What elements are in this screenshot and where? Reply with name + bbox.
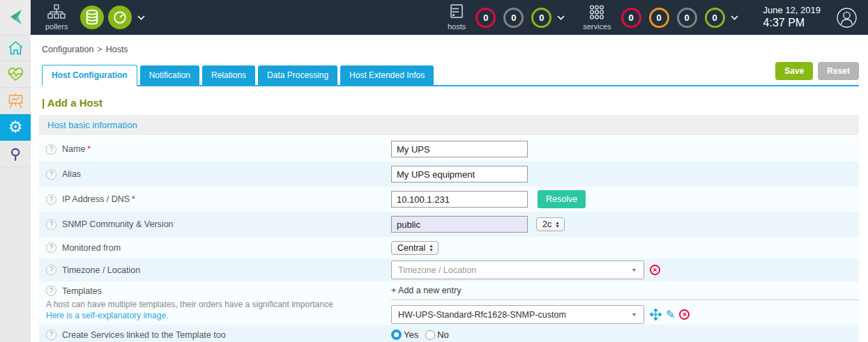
pollers-label: pollers [45,22,68,31]
pollers-menu[interactable]: pollers [45,4,68,31]
help-icon[interactable]: ? [46,169,56,180]
gauge-icon [112,10,128,25]
tab-relations[interactable]: Relations [202,65,255,85]
move-handle-icon[interactable] [650,309,662,320]
tab-data-processing[interactable]: Data Processing [258,65,337,85]
yes-label: Yes [404,329,418,340]
services-chevron-down-icon[interactable] [731,15,738,20]
services-menu[interactable]: services [583,4,611,31]
name-input[interactable] [391,141,528,157]
monitored-from-label: Monitored from [62,243,121,253]
timezone-label: Timezone / Location [62,265,140,275]
services-unknown-counter[interactable]: 0 [677,8,697,28]
tab-host-configuration[interactable]: Host Configuration [42,65,137,86]
templates-label: Templates [62,286,102,296]
hosts-icon [449,4,464,21]
select-spinner-icon: ▲▼ [555,221,559,228]
help-icon[interactable]: ? [46,219,56,230]
user-profile-icon[interactable] [836,7,858,29]
tab-notification[interactable]: Notification [140,65,199,85]
services-warning-counter[interactable]: 0 [649,8,669,28]
chart-easel-icon [8,93,24,109]
help-icon[interactable]: ? [46,286,56,296]
main-content: Configuration>Hosts Host Configuration N… [31,35,868,342]
centreon-logo-icon [6,8,25,26]
template-delete-icon[interactable]: × [679,309,690,320]
add-template-entry-link[interactable]: + Add a new entry [391,286,859,300]
database-icon [84,9,100,26]
services-icon [588,4,605,21]
pollers-chevron-down-icon[interactable] [137,15,145,20]
poller-database-status[interactable] [80,6,104,29]
help-icon[interactable]: ? [46,265,56,275]
ip-address-label: IP Address / DNS [62,194,130,204]
hosts-unreachable-counter[interactable]: 0 [503,8,524,28]
tab-bar: Host Configuration Notification Relation… [42,62,859,86]
form: ? Name * ? Alias ? IP Address / DNS * [39,137,859,342]
services-label: services [583,22,611,31]
form-row-name: ? Name * [39,137,859,162]
form-row-timezone: ? Timezone / Location Timezone / Locatio… [39,258,859,281]
gear-icon: ⚙ [8,119,23,135]
breadcrumb: Configuration>Hosts [31,35,868,54]
sidebar-item-home[interactable] [0,35,31,61]
sidebar-item-monitoring[interactable] [0,61,31,88]
services-critical-counter[interactable]: 0 [621,8,641,28]
dropdown-arrow-icon: ▼ [631,267,637,273]
breadcrumb-configuration[interactable]: Configuration [42,45,93,54]
help-icon[interactable]: ? [46,242,56,253]
create-services-yes-radio[interactable] [391,329,402,340]
required-asterisk: * [132,194,135,204]
hosts-up-counter[interactable]: 0 [531,8,551,28]
create-services-label: Create Services linked to the Template t… [62,330,226,340]
home-icon [8,40,24,56]
current-date: June 12, 2019 [763,5,821,16]
snmp-version-select[interactable]: 2c ▲▼ [536,217,565,231]
dropdown-arrow-icon: ▼ [631,312,637,318]
form-row-monitored-from: ? Monitored from Central ▲▼ [39,237,859,258]
breadcrumb-hosts[interactable]: Hosts [106,45,128,54]
help-icon[interactable]: ? [46,329,56,340]
name-label: Name [62,144,85,154]
hosts-down-counter[interactable]: 0 [475,8,496,28]
clock: June 12, 2019 4:37 PM [763,5,821,30]
centreon-logo[interactable] [0,0,31,35]
sidebar-item-configuration[interactable]: ⚙ [0,114,31,141]
monitored-from-select[interactable]: Central ▲▼ [391,241,439,255]
alias-input[interactable] [391,166,528,182]
timezone-select[interactable]: Timezone / Location ▼ [391,261,644,279]
timezone-placeholder: Timezone / Location [398,265,476,275]
ip-address-input[interactable] [391,191,528,208]
help-icon[interactable]: ? [46,144,56,155]
save-button[interactable]: Save [775,62,813,80]
pollers-icon [47,4,66,21]
tab-host-extended-infos[interactable]: Host Extended Infos [340,65,434,85]
template-select[interactable]: HW-UPS-Standard-Rfc1628-SNMP-custom ▼ [391,305,644,324]
topbar: pollers hosts [0,0,868,35]
poller-latency-status[interactable] [108,6,132,29]
form-row-create-services: ? Create Services linked to the Template… [39,325,859,342]
snmp-community-input[interactable] [391,216,528,233]
sidebar: ⚙ ⚲ [0,35,31,342]
hosts-chevron-down-icon[interactable] [557,15,565,20]
current-time: 4:37 PM [763,16,821,30]
sidebar-item-reporting[interactable] [0,88,31,114]
heart-pulse-icon [8,67,24,81]
services-ok-counter[interactable]: 0 [705,8,725,28]
create-services-no-radio[interactable] [425,330,435,340]
sidebar-item-administration[interactable]: ⚲ [0,141,31,167]
tools-icon: ⚲ [10,146,20,161]
snmp-label: SNMP Community & Version [62,219,174,229]
alias-label: Alias [62,169,81,179]
hosts-menu[interactable]: hosts [448,4,466,31]
select-spinner-icon: ▲▼ [429,244,433,251]
templates-note: A host can have multiple templates, thei… [46,300,391,309]
resolve-button[interactable]: Resolve [538,190,586,208]
help-icon[interactable]: ? [46,194,56,205]
form-row-snmp: ? SNMP Community & Version 2c ▲▼ [39,212,859,237]
templates-help-link[interactable]: Here is a self-explanatory image. [46,311,391,320]
no-label: No [437,329,449,340]
timezone-clear-icon[interactable]: × [650,265,660,275]
reset-button[interactable]: Reset [818,62,859,80]
edit-pencil-icon[interactable]: ✎ [666,308,675,321]
